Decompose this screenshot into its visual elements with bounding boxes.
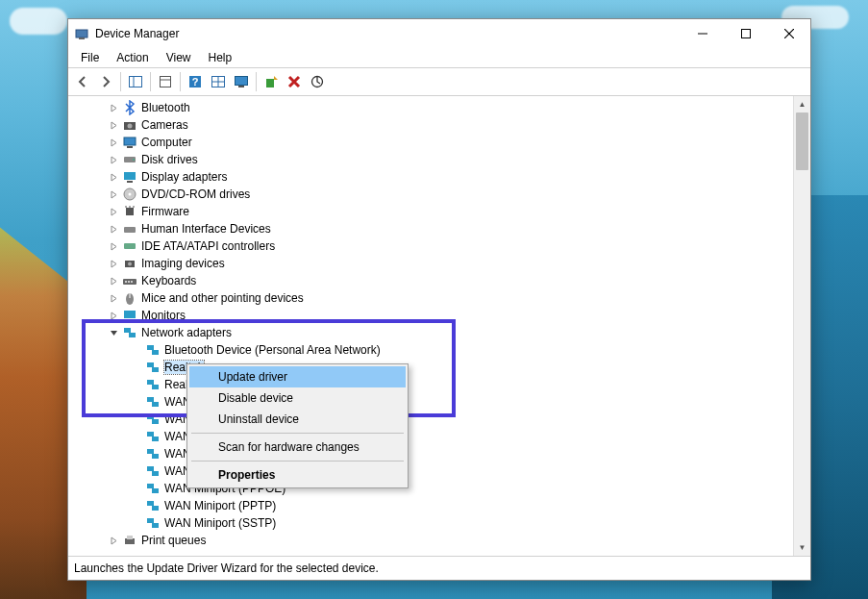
forward-button[interactable]	[95, 71, 116, 92]
svg-rect-58	[152, 437, 159, 441]
titlebar[interactable]: Device Manager	[68, 19, 810, 48]
svg-rect-60	[152, 454, 159, 459]
tree-node-realtek1[interactable]: Realtek	[68, 359, 794, 376]
scroll-thumb[interactable]	[796, 112, 808, 170]
svg-rect-40	[131, 281, 133, 283]
tree-node-wan5[interactable]: WAN M	[68, 462, 794, 480]
display-icon	[122, 169, 137, 185]
device-manager-window: Device Manager File Action View Help ?	[67, 18, 811, 581]
svg-rect-46	[129, 333, 136, 337]
chevron-right-icon[interactable]	[107, 101, 120, 114]
context-update-driver[interactable]: Update driver	[189, 366, 406, 387]
back-button[interactable]	[72, 71, 93, 92]
tree-node-print-queues[interactable]: Print queues	[68, 532, 794, 549]
camera-icon	[122, 117, 137, 133]
svg-rect-64	[152, 488, 159, 493]
uninstall-icon[interactable]	[284, 71, 305, 92]
tree-node-computer[interactable]: Computer	[68, 134, 794, 151]
help-button[interactable]: ?	[185, 71, 206, 92]
hid-icon	[122, 221, 137, 237]
svg-point-20	[128, 124, 133, 129]
tree-node-display[interactable]: Display adapters	[68, 168, 794, 186]
monitor-icon[interactable]	[231, 71, 252, 92]
context-disable-device[interactable]: Disable device	[189, 387, 406, 409]
svg-rect-47	[147, 345, 154, 350]
svg-rect-44	[127, 319, 133, 321]
update-driver-icon[interactable]	[260, 71, 282, 92]
tree-node-keyboards[interactable]: Keyboards	[68, 272, 794, 289]
chevron-right-icon[interactable]	[107, 534, 120, 547]
tree-node-wan4[interactable]: WAN M	[68, 445, 794, 462]
chevron-right-icon[interactable]	[107, 170, 120, 184]
tree-node-wan-sstp[interactable]: WAN Miniport (SSTP)	[68, 514, 794, 532]
svg-rect-62	[152, 471, 159, 476]
svg-rect-21	[124, 137, 136, 145]
network-adapter-icon	[145, 342, 161, 358]
menu-action[interactable]: Action	[109, 50, 156, 66]
tree-node-ide[interactable]: IDE ATA/ATAPI controllers	[68, 237, 794, 255]
tree-node-imaging[interactable]: Imaging devices	[68, 255, 794, 272]
chevron-right-icon[interactable]	[107, 309, 120, 322]
context-properties[interactable]: Properties	[189, 464, 406, 486]
status-bar: Launches the Update Driver Wizard for th…	[68, 556, 810, 580]
network-adapter-icon	[145, 498, 161, 513]
chevron-right-icon[interactable]	[107, 222, 120, 236]
tree-node-hid[interactable]: Human Interface Devices	[68, 220, 794, 237]
svg-rect-38	[125, 281, 127, 283]
chevron-right-icon[interactable]	[107, 136, 120, 149]
tree-node-cameras[interactable]: Cameras	[68, 116, 794, 134]
tree-node-disk-drives[interactable]: Disk drives	[68, 151, 794, 168]
close-button[interactable]	[767, 20, 810, 47]
show-hidden-button[interactable]	[208, 71, 229, 92]
maximize-button[interactable]	[724, 20, 767, 47]
svg-rect-16	[238, 86, 244, 87]
minimize-button[interactable]	[681, 20, 724, 47]
tree-node-bt-device[interactable]: Bluetooth Device (Personal Area Network)	[68, 341, 794, 359]
svg-rect-3	[741, 30, 750, 38]
tree-node-monitors[interactable]: Monitors	[68, 307, 794, 324]
tree-node-wan-pptp[interactable]: WAN Miniport (PPTP)	[68, 497, 794, 514]
context-scan-hardware[interactable]: Scan for hardware changes	[189, 437, 406, 458]
scan-hardware-icon[interactable]	[307, 71, 328, 92]
chevron-right-icon[interactable]	[107, 274, 120, 287]
menu-view[interactable]: View	[159, 50, 199, 66]
show-hide-tree-button[interactable]	[125, 71, 146, 92]
svg-rect-59	[147, 449, 154, 454]
context-separator	[191, 461, 404, 462]
chevron-right-icon[interactable]	[107, 153, 120, 166]
tree-node-bluetooth[interactable]: Bluetooth	[68, 99, 794, 116]
tree-node-firmware[interactable]: Firmware	[68, 203, 794, 220]
tree-node-wan3[interactable]: WAN M	[68, 428, 794, 445]
tree-node-dvd[interactable]: DVD/CD-ROM drives	[68, 186, 794, 203]
tree-node-realtek2[interactable]: Realtek	[68, 376, 794, 393]
scroll-down-button[interactable]: ▼	[794, 539, 810, 556]
properties-button[interactable]	[155, 71, 176, 92]
tree-node-wan1[interactable]: WAN M	[68, 393, 794, 411]
keyboard-icon	[122, 273, 137, 288]
scroll-up-button[interactable]: ▲	[794, 96, 810, 112]
tree-node-wan-pppoe[interactable]: WAN Miniport (PPPOE)	[68, 480, 794, 497]
tree-node-wan2[interactable]: WAN M	[68, 411, 794, 428]
chevron-right-icon[interactable]	[107, 187, 120, 201]
ide-icon	[122, 238, 137, 254]
context-uninstall-device[interactable]: Uninstall device	[189, 409, 406, 430]
menu-file[interactable]: File	[73, 50, 107, 66]
window-title: Device Manager	[95, 27, 179, 40]
chevron-right-icon[interactable]	[107, 291, 120, 305]
svg-rect-45	[124, 328, 131, 333]
chevron-right-icon[interactable]	[107, 118, 120, 132]
menu-help[interactable]: Help	[201, 50, 240, 66]
vertical-scrollbar[interactable]: ▲ ▼	[793, 96, 810, 556]
computer-icon	[122, 135, 137, 150]
tree-node-mice[interactable]: Mice and other pointing devices	[68, 289, 794, 307]
status-text: Launches the Update Driver Wizard for th…	[74, 562, 379, 575]
app-icon	[74, 26, 89, 41]
chevron-right-icon[interactable]	[107, 257, 120, 270]
chevron-right-icon[interactable]	[107, 239, 120, 253]
network-adapter-icon	[145, 463, 161, 479]
tree-node-network-adapters[interactable]: Network adapters	[68, 324, 794, 341]
svg-rect-26	[127, 181, 133, 183]
chevron-down-icon[interactable]	[107, 326, 120, 339]
chevron-right-icon[interactable]	[107, 205, 120, 218]
tree-view[interactable]: Bluetooth Cameras Computer Disk drives D	[68, 96, 810, 556]
